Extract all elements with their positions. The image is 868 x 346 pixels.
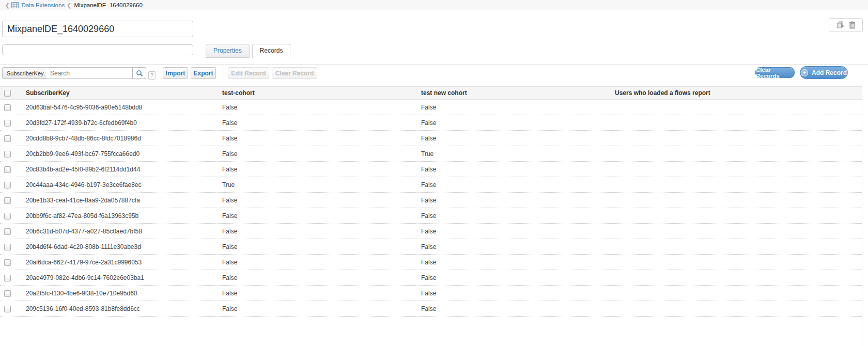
- search-icon: [136, 70, 143, 77]
- table-row: 20d3fd27-172f-4939-b72c-6cfedb69f4b0 Fal…: [0, 115, 862, 131]
- cell-test-new-cohort: False: [417, 115, 611, 131]
- data-extension-grid-icon: [11, 2, 19, 8]
- table-row: 20d63baf-5476-4c95-9036-a90e5148bdd8 Fal…: [0, 100, 862, 115]
- table-row: 209c5136-16f0-40ed-8593-81b8fe8dd6cc Fal…: [0, 301, 862, 317]
- cell-test-cohort: False: [218, 208, 417, 224]
- cell-test-cohort: False: [218, 193, 417, 208]
- cell-test-cohort: False: [218, 239, 417, 255]
- cell-users-flows-report: [611, 146, 862, 162]
- tab-records[interactable]: Records: [252, 44, 291, 58]
- records-table-body: 20d63baf-5476-4c95-9036-a90e5148bdd8 Fal…: [0, 100, 862, 317]
- back-chevron-icon[interactable]: ❮: [5, 3, 9, 8]
- table-row: 20c44aaa-434c-4946-b197-3e3ce6fae8ec Tru…: [0, 177, 862, 193]
- table-header-row: SubscriberKey test-cohort test new cohor…: [0, 87, 862, 100]
- row-checkbox[interactable]: [4, 104, 11, 111]
- table-row: 20ae4979-082e-4db6-9c14-7602e6e03ba1 Fal…: [0, 270, 862, 286]
- row-checkbox[interactable]: [4, 213, 11, 219]
- cell-test-cohort: False: [218, 115, 417, 131]
- records-table: SubscriberKey test-cohort test new cohor…: [0, 86, 862, 317]
- cell-test-cohort: True: [218, 177, 417, 193]
- row-checkbox[interactable]: [4, 306, 11, 312]
- column-header-test-cohort: test-cohort: [218, 87, 417, 100]
- toolbar-separator: [223, 66, 223, 80]
- row-checkbox[interactable]: [4, 182, 11, 188]
- cell-subscriberkey: 20af6dca-6627-4179-97ce-2a31c9996053: [22, 255, 218, 270]
- export-button[interactable]: Export: [191, 67, 216, 79]
- plus-icon: +: [801, 69, 808, 76]
- cell-subscriberkey: 20ae4979-082e-4db6-9c14-7602e6e03ba1: [22, 270, 218, 286]
- cell-test-new-cohort: False: [417, 100, 611, 115]
- cell-subscriberkey: 209c5136-16f0-40ed-8593-81b8fe8dd6cc: [22, 301, 218, 317]
- cell-test-cohort: False: [218, 162, 417, 177]
- cell-users-flows-report: [611, 286, 862, 301]
- cell-users-flows-report: [611, 301, 862, 317]
- row-checkbox[interactable]: [4, 197, 11, 204]
- table-row: 20b6c31d-b07d-4377-a027-85c0aed7bf58 Fal…: [0, 224, 862, 239]
- cell-test-new-cohort: False: [417, 177, 611, 193]
- delete-icon[interactable]: [849, 21, 856, 29]
- breadcrumb: ❮ Data Extensions ❮ MixpanelDE_164002966…: [0, 0, 868, 10]
- cell-test-new-cohort: False: [417, 286, 611, 301]
- cell-users-flows-report: [611, 162, 862, 177]
- clear-record-button[interactable]: Clear Record: [272, 67, 317, 79]
- row-checkbox[interactable]: [4, 290, 11, 297]
- data-extension-records-page: ❮ Data Extensions ❮ MixpanelDE_164002966…: [0, 0, 868, 346]
- cell-subscriberkey: 20c44aaa-434c-4946-b197-3e3ce6fae8ec: [22, 177, 218, 193]
- row-checkbox[interactable]: [4, 151, 11, 158]
- add-record-label: Add Record: [812, 69, 847, 76]
- cell-users-flows-report: [611, 239, 862, 255]
- search-field-selector-value: SubscriberKey: [7, 70, 44, 76]
- cell-users-flows-report: [611, 224, 862, 239]
- copy-icon[interactable]: [836, 21, 844, 29]
- table-row: 20c83b4b-ad2e-45f0-89b2-6f2114dd1d44 Fal…: [0, 162, 862, 177]
- records-table-container: SubscriberKey test-cohort test new cohor…: [0, 86, 862, 346]
- row-checkbox[interactable]: [4, 120, 11, 127]
- cell-subscriberkey: 20d3fd27-172f-4939-b72c-6cfedb69f4b0: [22, 115, 218, 131]
- cell-test-new-cohort: False: [417, 301, 611, 317]
- cell-test-cohort: False: [218, 255, 417, 270]
- row-checkbox[interactable]: [4, 275, 11, 281]
- tabbar-underline: [206, 55, 868, 55]
- tab-properties[interactable]: Properties: [206, 44, 250, 58]
- cell-users-flows-report: [611, 193, 862, 208]
- search-input[interactable]: [46, 67, 133, 79]
- cell-subscriberkey: 20cdd8b8-9cb7-48db-86cc-8fdc7018986d: [22, 131, 218, 146]
- cell-test-cohort: False: [218, 131, 417, 146]
- table-row: 20cb2bb9-9ee6-493f-bc67-755fcca66ed0 Fal…: [0, 146, 862, 162]
- edit-record-button[interactable]: Edit Record: [228, 67, 269, 79]
- extension-description-input[interactable]: [2, 44, 193, 55]
- cell-users-flows-report: [611, 115, 862, 131]
- cell-test-new-cohort: False: [417, 162, 611, 177]
- row-checkbox[interactable]: [4, 166, 11, 173]
- cell-test-new-cohort: True: [417, 146, 611, 162]
- header-action-group: [829, 18, 863, 32]
- search-button[interactable]: [133, 67, 146, 79]
- help-icon[interactable]: ?: [148, 71, 156, 80]
- breadcrumb-data-extensions-link[interactable]: Data Extensions: [21, 2, 65, 8]
- column-header-subscriberkey: SubscriberKey: [22, 87, 218, 100]
- row-checkbox[interactable]: [4, 244, 11, 250]
- cell-subscriberkey: 20c83b4b-ad2e-45f0-89b2-6f2114dd1d44: [22, 162, 218, 177]
- row-checkbox[interactable]: [4, 135, 11, 142]
- column-header-users-flows-report: Users who loaded a flows report: [611, 87, 862, 100]
- cell-subscriberkey: 20d63baf-5476-4c95-9036-a90e5148bdd8: [22, 100, 218, 115]
- cell-test-new-cohort: False: [417, 239, 611, 255]
- cell-users-flows-report: [611, 177, 862, 193]
- cell-test-cohort: False: [218, 270, 417, 286]
- cell-subscriberkey: 20b6c31d-b07d-4377-a027-85c0aed7bf58: [22, 224, 218, 239]
- tabs: Properties Records: [206, 43, 290, 58]
- select-all-checkbox[interactable]: [4, 90, 11, 97]
- row-checkbox[interactable]: [4, 259, 11, 266]
- extension-name-input[interactable]: [2, 21, 193, 37]
- cell-users-flows-report: [611, 100, 862, 115]
- cell-test-new-cohort: False: [417, 131, 611, 146]
- cell-test-cohort: False: [218, 146, 417, 162]
- import-button[interactable]: Import: [163, 67, 188, 79]
- row-checkbox[interactable]: [4, 228, 11, 235]
- table-row: 20cdd8b8-9cb7-48db-86cc-8fdc7018986d Fal…: [0, 131, 862, 146]
- cell-test-cohort: False: [218, 224, 417, 239]
- records-toolbar: SubscriberKey ▾ ? Import Export Edit Rec…: [0, 67, 868, 81]
- table-row: 20b4d6f4-6dad-4c20-808b-1111e30abe3d Fal…: [0, 239, 862, 255]
- clear-records-button[interactable]: Clear Records: [755, 67, 795, 78]
- add-record-button[interactable]: + Add Record: [800, 66, 848, 79]
